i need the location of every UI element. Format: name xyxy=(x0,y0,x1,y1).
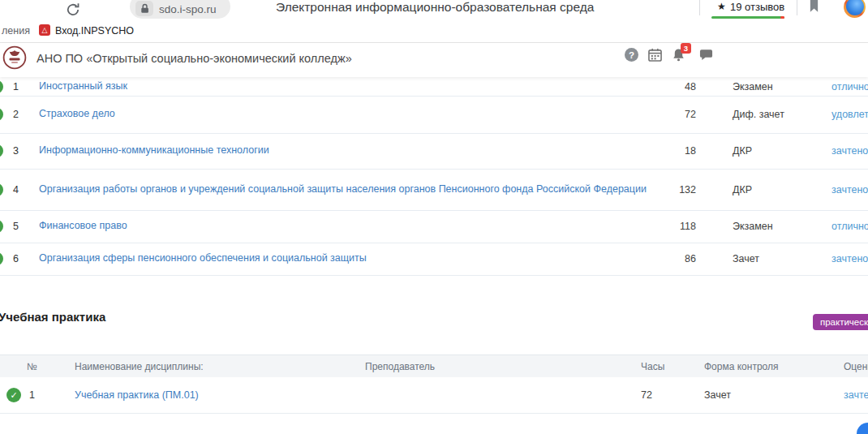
screen: sdo.i-spo.ru Электронная информационно-о… xyxy=(0,0,868,434)
check-icon: ✓ xyxy=(0,144,3,157)
table-row[interactable]: ✓ 2 Страховое дело 72 Диф. зачет удовлет… xyxy=(0,96,868,134)
grade-link[interactable]: удовлетворительно xyxy=(831,109,868,120)
discipline-link[interactable]: Страховое дело xyxy=(39,106,672,122)
edit-fab-button[interactable] xyxy=(857,423,868,434)
table-row[interactable]: ✓ 5 Финансовое право 118 Экзамен отлично xyxy=(0,210,868,243)
chat-icon[interactable] xyxy=(699,48,713,62)
column-header-num: № xyxy=(27,361,37,372)
site-header: АНО ПО «Открытый социально-экономический… xyxy=(0,43,868,77)
check-icon: ✓ xyxy=(0,183,3,196)
grade-link[interactable]: отлично xyxy=(831,81,868,92)
row-number: 1 xyxy=(29,389,35,401)
control-form: Диф. зачет xyxy=(733,109,784,120)
control-form: Экзамен xyxy=(733,81,773,92)
column-header-teacher: Преподаватель xyxy=(365,361,435,372)
check-icon: ✓ xyxy=(0,108,3,121)
grade-link[interactable]: отлично xyxy=(831,221,868,232)
table-row[interactable]: ✓ 6 Организация сферы пенсионного обеспе… xyxy=(0,243,868,276)
calendar-icon[interactable] xyxy=(648,48,662,62)
bookmark-icon[interactable] xyxy=(809,0,819,16)
discipline-link[interactable]: Организация работы органов и учреждений … xyxy=(39,182,672,197)
discipline-link[interactable]: Учебная практика (ПМ.01) xyxy=(75,389,199,401)
check-icon: ✓ xyxy=(0,252,3,265)
address-bar[interactable]: sdo.i-spo.ru xyxy=(130,0,230,19)
rating-bar-red-tip xyxy=(780,16,784,19)
discipline-link[interactable]: Иностранный язык xyxy=(39,79,672,94)
hours-value: 72 xyxy=(641,389,652,401)
hours-value: 118 xyxy=(649,221,696,232)
notification-badge: 3 xyxy=(681,43,691,54)
table-row[interactable]: ✓ 1 Иностранный язык 48 Экзамен отлично xyxy=(0,77,868,97)
toolbar-divider xyxy=(699,0,700,15)
practice-badge: практическое xyxy=(813,314,868,330)
hours-value: 18 xyxy=(649,145,696,157)
notification-count: 3 xyxy=(684,44,688,53)
star-icon: ★ xyxy=(717,1,726,12)
reviews-button[interactable]: 19 отзывов xyxy=(730,1,784,13)
hours-value: 132 xyxy=(649,184,696,196)
row-number: 3 xyxy=(13,145,19,157)
bookmark-favicon: △ xyxy=(39,24,50,36)
discipline-link[interactable]: Информационно-коммуникационные технологи… xyxy=(39,143,672,158)
bookmark-item-truncated[interactable]: ления xyxy=(2,25,30,37)
grade-link[interactable]: зачтено xyxy=(831,145,868,157)
practice-table-header: № Наименование дисциплины: Преподаватель… xyxy=(0,355,868,377)
hours-value: 72 xyxy=(649,109,696,120)
column-header-control: Форма контроля xyxy=(704,361,779,372)
row-number: 4 xyxy=(13,184,19,196)
hours-value: 48 xyxy=(649,81,696,92)
check-icon: ✓ xyxy=(0,80,3,93)
browser-toolbar: sdo.i-spo.ru Электронная информационно-о… xyxy=(0,0,868,21)
control-form: ДКР xyxy=(733,145,752,157)
toolbar-divider xyxy=(797,0,797,15)
discipline-link[interactable]: Финансовое право xyxy=(39,218,672,234)
lock-icon[interactable] xyxy=(135,1,153,16)
bookmarks-bar: ления △ Вход.INPSYCHO xyxy=(0,21,868,43)
url-text[interactable]: sdo.i-spo.ru xyxy=(159,3,217,15)
discipline-link[interactable]: Организация сферы пенсионного обеспечени… xyxy=(39,251,672,266)
column-header-grade: Оценка xyxy=(844,361,868,372)
row-number: 6 xyxy=(13,253,19,264)
column-header-hours: Часы xyxy=(641,361,664,372)
row-number: 5 xyxy=(13,221,19,232)
avatar-image xyxy=(846,0,864,15)
control-form: ДКР xyxy=(733,184,752,196)
row-number: 1 xyxy=(13,81,19,92)
control-form: Зачет xyxy=(704,389,731,401)
column-header-name: Наименование дисциплины: xyxy=(75,361,204,372)
check-icon: ✓ xyxy=(6,388,21,402)
avatar[interactable] xyxy=(844,0,866,18)
control-form: Зачет xyxy=(733,253,759,264)
hours-value: 86 xyxy=(649,253,696,264)
table-row[interactable]: ✓ 3 Информационно-коммуникационные техно… xyxy=(0,133,868,170)
table-row[interactable]: ✓ 4 Организация работы органов и учрежде… xyxy=(0,169,868,211)
grade-link[interactable]: зачтено xyxy=(831,184,868,196)
check-icon: ✓ xyxy=(0,220,3,233)
control-form: Экзамен xyxy=(733,221,773,232)
bookmark-item[interactable]: Вход.INPSYCHO xyxy=(55,25,134,37)
reviews-rating-bar xyxy=(711,16,784,19)
row-number: 2 xyxy=(13,109,19,120)
help-icon[interactable]: ? xyxy=(625,48,638,62)
table-row[interactable]: ✓ 1 Учебная практика (ПМ.01) 72 Зачет за… xyxy=(0,376,868,414)
college-logo[interactable] xyxy=(2,45,27,70)
grade-link[interactable]: зачтено xyxy=(844,389,868,401)
help-glyph: ? xyxy=(629,50,634,60)
grade-link[interactable]: зачтено xyxy=(831,253,868,264)
reload-icon[interactable] xyxy=(65,2,81,18)
section-title: Учебная практика xyxy=(0,310,105,324)
org-name: АНО ПО «Открытый социально-экономический… xyxy=(37,52,352,65)
page-title: Электронная информационно-образовательна… xyxy=(276,0,600,15)
